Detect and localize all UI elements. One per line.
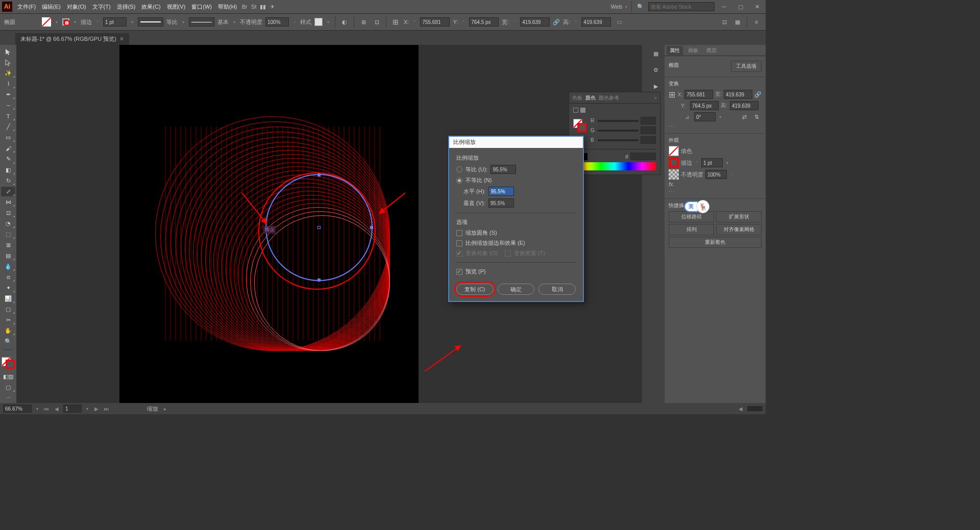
libraries-icon[interactable]: ▦ — [650, 48, 662, 59]
h-input[interactable] — [581, 17, 611, 27]
stroke-weight-input[interactable] — [103, 17, 127, 27]
transform-more-icon[interactable]: ⋯ — [669, 123, 762, 130]
symbol-tool[interactable]: ✦ — [1, 283, 15, 293]
next-artboard-btn[interactable]: ▶ — [93, 405, 100, 412]
link-wh-icon[interactable]: 🔗 — [553, 17, 560, 27]
flip-v-icon[interactable]: ⇅ — [751, 112, 762, 122]
minimize-button[interactable]: ─ — [718, 2, 731, 11]
scroll-left-btn[interactable]: ◀ — [737, 405, 744, 412]
scale-strokes-check[interactable] — [456, 240, 462, 246]
blend-tool[interactable]: ⧈ — [1, 272, 15, 282]
eraser-tool[interactable]: ◧ — [1, 165, 15, 175]
recolor-button[interactable]: 重新着色 — [669, 237, 762, 248]
h-scrollbar[interactable] — [747, 406, 763, 411]
menu-select[interactable]: 选择(S) — [114, 3, 139, 11]
menu-file[interactable]: 文件(F) — [14, 3, 39, 11]
menu-window[interactable]: 窗口(W) — [188, 3, 215, 11]
first-artboard-btn[interactable]: ⏮ — [43, 405, 50, 412]
arrange-icon[interactable]: ▮▮ — [258, 2, 267, 11]
r-slider[interactable] — [598, 120, 639, 122]
menu-effect[interactable]: 效果(C) — [138, 3, 163, 11]
fill-swatch[interactable] — [42, 17, 51, 27]
mesh-tool[interactable]: ⊞ — [1, 240, 15, 250]
fx-label[interactable]: fx. — [669, 181, 675, 187]
isolate-icon[interactable]: ⊡ — [719, 17, 729, 27]
graph-tool[interactable]: 📊 — [1, 294, 15, 304]
g-slider[interactable] — [598, 130, 639, 132]
tab-color[interactable]: 颜色 — [585, 94, 596, 102]
close-button[interactable]: ✕ — [750, 2, 764, 11]
lasso-tool[interactable]: ⌇ — [1, 79, 15, 89]
color-mode-icon[interactable]: ◧▨ — [1, 372, 15, 382]
link-wh-prop-icon[interactable]: 🔗 — [754, 89, 762, 99]
reference-point-icon[interactable]: ⊞ — [390, 17, 401, 27]
flip-h-icon[interactable]: ⇄ — [739, 112, 749, 122]
eyedropper-tool[interactable]: 💧 — [1, 262, 15, 271]
brush-select[interactable] — [189, 17, 214, 27]
nonuniform-radio[interactable] — [456, 178, 462, 184]
prev-artboard-btn[interactable]: ◀ — [53, 405, 60, 412]
y-input[interactable] — [469, 17, 499, 27]
perspective-tool[interactable]: ⬚ — [1, 230, 15, 239]
screen-mode-tool[interactable]: ▢ — [1, 383, 15, 392]
hand-tool[interactable]: ✋ — [1, 326, 15, 336]
prop-y-input[interactable] — [690, 101, 719, 110]
width-tool[interactable]: ⋈ — [1, 197, 15, 207]
stroke-profile-select[interactable] — [138, 17, 163, 27]
cancel-button[interactable]: 取消 — [538, 284, 576, 295]
arrange-button[interactable]: 排列 — [669, 224, 714, 235]
shape-options-icon[interactable]: ⬭ — [614, 17, 624, 27]
status-menu-btn[interactable]: ▸ — [161, 405, 168, 412]
slice-tool[interactable]: ✂ — [1, 315, 15, 325]
free-transform-tool[interactable]: ⊡ — [1, 208, 15, 218]
shape-builder-tool[interactable]: ◔ — [1, 219, 15, 229]
selection-tool[interactable] — [1, 47, 15, 57]
tab-layers[interactable]: 图层 — [703, 46, 720, 55]
vertical-input[interactable] — [488, 198, 514, 208]
x-input[interactable] — [420, 17, 450, 27]
artboard-tool[interactable]: ▢ — [1, 305, 15, 314]
magic-wand-tool[interactable]: ✨ — [1, 68, 15, 78]
play-icon[interactable]: ▶ — [650, 81, 662, 92]
panel-close-icon[interactable]: « — [654, 95, 657, 100]
cp-stroke-indicator-icon[interactable] — [580, 108, 585, 113]
panel-menu-icon[interactable]: ≡ — [751, 17, 762, 27]
prop-x-input[interactable] — [684, 90, 713, 99]
gradient-tool[interactable]: ▤ — [1, 251, 15, 261]
document-tab[interactable]: 未标题-1* @ 66.67% (RGB/GPU 预览) ✕ — [15, 33, 129, 45]
edit-toolbar-icon[interactable]: ⋯ — [1, 393, 15, 403]
align-pixel-button[interactable]: 对齐像素网格 — [716, 224, 762, 235]
artboard-nav-input[interactable]: 1 — [63, 405, 82, 413]
prop-stroke-weight[interactable] — [701, 158, 723, 167]
horizontal-input[interactable] — [488, 187, 514, 196]
recolor-icon[interactable]: ◐ — [339, 17, 350, 27]
fill-stroke-swatch[interactable] — [2, 357, 15, 369]
zoom-combo[interactable]: 66.67% — [3, 405, 32, 413]
tab-color-guide[interactable]: 颜色参考 — [599, 94, 619, 102]
gpu-icon[interactable]: ✈ — [267, 2, 277, 11]
menu-type[interactable]: 文字(T) — [89, 3, 114, 11]
align-icon[interactable]: ⊞ — [358, 17, 369, 27]
last-artboard-btn[interactable]: ⏭ — [103, 405, 110, 412]
prop-opacity-input[interactable] — [705, 170, 727, 179]
rectangle-tool[interactable]: ▭ — [1, 133, 15, 142]
g-value[interactable] — [641, 127, 656, 134]
search-icon[interactable]: 🔍 — [636, 2, 645, 11]
transform-icon[interactable]: ⊡ — [372, 17, 382, 27]
uniform-radio[interactable] — [456, 166, 462, 172]
tab-artboards[interactable]: 画板 — [685, 46, 701, 55]
reference-point-grid[interactable]: ⊞ — [669, 89, 676, 99]
maximize-button[interactable]: ▢ — [734, 2, 747, 11]
menu-edit[interactable]: 编辑(E) — [39, 3, 64, 11]
copy-button[interactable]: 复制 (C) — [456, 284, 494, 295]
expand-shape-button[interactable]: 扩展形状 — [716, 211, 762, 222]
zoom-tool[interactable]: 🔍 — [1, 337, 15, 346]
cp-fill-stroke[interactable] — [573, 119, 586, 132]
scale-corners-check[interactable] — [456, 230, 462, 236]
stroke-swatch[interactable] — [62, 18, 69, 26]
cp-fill-indicator-icon[interactable] — [573, 108, 578, 113]
hex-input[interactable] — [630, 153, 656, 160]
bridge-icon[interactable]: Br — [240, 2, 249, 11]
paintbrush-tool[interactable]: 🖌 — [1, 143, 15, 153]
gear-icon[interactable]: ⚙ — [650, 64, 662, 75]
